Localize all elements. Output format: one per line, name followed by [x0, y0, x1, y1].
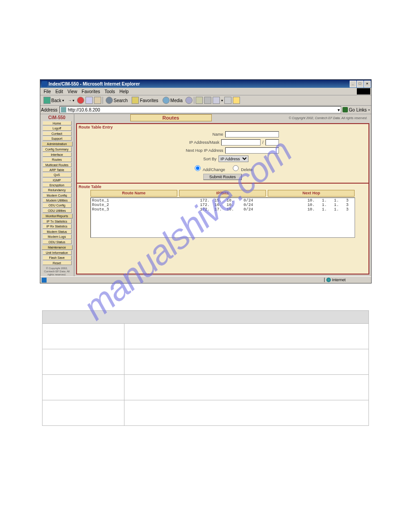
- forward-button[interactable]: → ▾: [67, 98, 76, 103]
- route-entry-heading: Route Table Entry: [77, 124, 368, 130]
- address-value: http://10.6.8.200: [68, 107, 100, 112]
- history-icon[interactable]: [185, 97, 193, 104]
- home-icon[interactable]: [94, 97, 101, 104]
- name-input[interactable]: [225, 131, 279, 137]
- sidebar-item-multicast-routes[interactable]: Multicast Routes: [43, 163, 72, 167]
- table-row[interactable]: Route_3172. 17. 10. 0/2410. 1. 1. 3: [92, 207, 353, 212]
- sidebar-item-odu-utilities[interactable]: ODU Utilities: [43, 208, 72, 213]
- back-button[interactable]: Back ▾: [42, 96, 65, 104]
- table-row: [43, 349, 369, 375]
- sidebar-item-redundancy[interactable]: Redundancy: [43, 188, 72, 192]
- submit-routes-button[interactable]: Submit Routes: [203, 174, 241, 180]
- sidebar-item-modem-status[interactable]: Modem Status: [43, 229, 72, 234]
- page-copyright: © Copyright 2002, Comtech EF Data. All r…: [212, 116, 371, 120]
- messenger-icon[interactable]: [233, 97, 240, 104]
- links-expand-icon[interactable]: »: [368, 108, 370, 112]
- add-change-radio[interactable]: Add/Change: [193, 164, 225, 172]
- search-button[interactable]: Search: [104, 96, 129, 104]
- globe-icon: [326, 278, 331, 282]
- sidebar-item-modem-config[interactable]: Modem Config: [43, 193, 72, 197]
- window-title: Index/CIM-550 - Microsoft Internet Explo…: [49, 82, 140, 86]
- links-button[interactable]: Links: [356, 107, 367, 112]
- sidebar-item-encryption[interactable]: Encryption: [43, 183, 72, 187]
- ip-address-input[interactable]: [221, 139, 261, 146]
- sidebar-item-modem-logs[interactable]: Modem Logs: [43, 234, 72, 239]
- menu-help[interactable]: Help: [118, 89, 131, 94]
- menu-tools[interactable]: Tools: [103, 89, 116, 94]
- menubar: File Edit View Favorites Tools Help: [40, 88, 371, 95]
- menu-view[interactable]: View: [66, 89, 79, 94]
- media-label: Media: [171, 98, 183, 103]
- menu-file[interactable]: File: [42, 89, 53, 94]
- sidebar-item-contact[interactable]: Contact: [43, 131, 72, 136]
- delete-radio-input[interactable]: [233, 165, 239, 171]
- nexthop-input[interactable]: [225, 147, 279, 154]
- favorites-button[interactable]: Favorites: [130, 96, 159, 104]
- desc-th-left: [43, 311, 124, 324]
- chevron-down-icon[interactable]: ▾: [338, 107, 340, 112]
- chevron-down-icon: ▾: [73, 99, 74, 103]
- chevron-down-icon: ▾: [221, 99, 223, 103]
- route-table-header: Route Name IP/Bits Next Hop: [90, 190, 355, 197]
- forward-icon: →: [68, 99, 72, 103]
- route-table-grid: Route Name IP/Bits Next Hop Route_1172. …: [90, 190, 355, 238]
- addressbar: Address http://10.6.8.200 ▾ Go Links »: [40, 106, 371, 114]
- discuss-icon[interactable]: [224, 97, 231, 104]
- mail-icon[interactable]: [196, 97, 203, 104]
- sidebar-item-reset[interactable]: Reset: [43, 261, 72, 265]
- sidebar-item-qos[interactable]: QoS: [43, 172, 72, 177]
- sidebar-item-modem-utilities[interactable]: Modem Utilities: [43, 198, 72, 202]
- sidebar-item-config-summary[interactable]: Config Summary: [43, 147, 72, 151]
- mask-input[interactable]: [265, 139, 279, 146]
- delete-radio[interactable]: Delete: [231, 164, 253, 172]
- sidebar-item-logoff[interactable]: Logoff: [43, 126, 72, 130]
- favorites-icon: [132, 97, 139, 104]
- brand-title: CiM-550: [40, 115, 74, 121]
- add-change-radio-input[interactable]: [195, 165, 201, 171]
- go-button[interactable]: Go: [342, 107, 355, 112]
- content-area: CiM-550 Home Logoff Contact Support Admi…: [40, 114, 371, 276]
- statusbar: Internet: [40, 276, 371, 283]
- sidebar-item-flash-save[interactable]: Flash Save: [43, 255, 72, 260]
- edit-icon[interactable]: [213, 97, 220, 104]
- menu-edit[interactable]: Edit: [54, 89, 65, 94]
- col-route-name: Route Name: [90, 190, 177, 197]
- sidebar-footer: © Copyright 2002, Comtech EF Data. All r…: [40, 267, 74, 276]
- maximize-button[interactable]: □: [357, 81, 364, 87]
- sidebar-item-home[interactable]: Home: [43, 121, 72, 125]
- nexthop-label: Next Hop IP Address: [186, 148, 223, 153]
- page-icon: [61, 107, 66, 112]
- print-icon[interactable]: [204, 97, 211, 104]
- address-input[interactable]: http://10.6.8.200 ▾: [60, 106, 341, 113]
- close-button[interactable]: ×: [364, 81, 371, 87]
- sidebar-item-ip-tx[interactable]: IP Tx Statistics: [43, 219, 72, 223]
- menu-favorites[interactable]: Favorites: [80, 89, 102, 94]
- refresh-icon[interactable]: [86, 97, 93, 104]
- sortby-select[interactable]: IP Address: [218, 155, 248, 162]
- minimize-button[interactable]: _: [350, 81, 356, 87]
- table-row: [43, 400, 369, 426]
- sidebar-item-routes[interactable]: Routes: [43, 157, 72, 162]
- table-row[interactable]: Route_2172. 16. 10. 0/2410. 1. 1. 3: [92, 203, 353, 207]
- search-label: Search: [114, 98, 128, 103]
- sidebar-item-interface[interactable]: Interface: [43, 152, 72, 157]
- address-label: Address: [41, 107, 59, 112]
- stop-icon[interactable]: [77, 97, 84, 104]
- sidebar: CiM-550 Home Logoff Contact Support Admi…: [40, 114, 74, 276]
- route-table-entry-section: Route Table Entry Name IP Address/Mask /…: [77, 124, 368, 184]
- route-table-heading: Route Table: [77, 184, 368, 190]
- sidebar-item-arp-table[interactable]: ARP Table: [43, 167, 72, 172]
- sidebar-item-igmp[interactable]: IGMP: [43, 178, 72, 182]
- sidebar-item-odu-status[interactable]: ODU Status: [43, 240, 72, 244]
- media-button[interactable]: Media: [161, 96, 184, 104]
- sidebar-section-maintenance: Maintenance: [42, 245, 73, 250]
- delete-label: Delete: [241, 167, 253, 172]
- sidebar-item-ip-rx[interactable]: IP Rx Statistics: [43, 224, 72, 228]
- sidebar-item-support[interactable]: Support: [43, 136, 72, 141]
- ip-label: IP Address/Mask: [189, 140, 219, 145]
- sidebar-item-unit-info[interactable]: Unit Information: [43, 250, 72, 255]
- sidebar-item-odu-config[interactable]: ODU Config: [43, 203, 72, 207]
- sidebar-section-monitor: Monitor/Reports: [42, 214, 73, 219]
- table-row[interactable]: Route_1172. 15. 10. 0/2410. 1. 1. 3: [92, 198, 353, 203]
- route-table-body[interactable]: Route_1172. 15. 10. 0/2410. 1. 1. 3Route…: [90, 197, 355, 238]
